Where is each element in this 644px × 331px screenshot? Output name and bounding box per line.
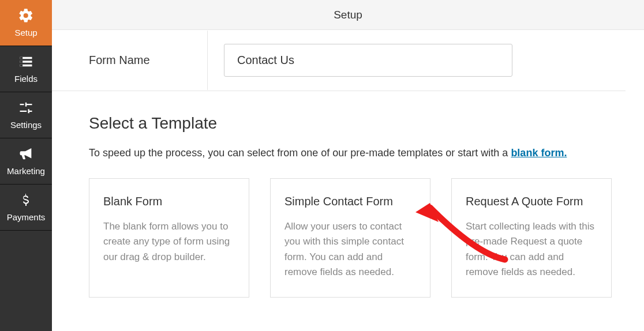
sidebar-item-setup[interactable]: Setup [0, 0, 52, 46]
templates-grid: Blank Form The blank form allows you to … [89, 178, 626, 298]
template-title: Request A Quote Form [466, 194, 597, 209]
dollar-icon [17, 191, 35, 209]
template-title: Simple Contact Form [284, 194, 416, 209]
template-simple-contact-form[interactable]: Simple Contact Form Allow your users to … [270, 178, 430, 298]
template-description: Start collecting leads with this pre-mad… [466, 219, 597, 280]
sidebar-item-fields[interactable]: Fields [0, 46, 52, 92]
svg-rect-2 [20, 65, 23, 67]
svg-rect-1 [20, 61, 23, 63]
sidebar-item-label: Marketing [7, 166, 45, 176]
template-description: The blank form allows you to create any … [103, 219, 235, 265]
form-name-input-cell [208, 30, 626, 91]
topbar: Setup [52, 0, 644, 30]
bullhorn-icon [17, 145, 35, 163]
sidebar-item-label: Setup [14, 28, 37, 37]
sidebar-item-label: Payments [7, 212, 46, 222]
blank-form-link[interactable]: blank form. [511, 147, 567, 159]
template-request-quote-form[interactable]: Request A Quote Form Start collecting le… [451, 178, 612, 298]
svg-rect-0 [20, 57, 23, 59]
sidebar-item-settings[interactable]: Settings [0, 92, 52, 138]
sidebar-item-label: Settings [10, 120, 42, 130]
sidebar-item-label: Fields [14, 74, 38, 84]
form-name-row: Form Name [52, 30, 626, 91]
template-description: Allow your users to contact you with thi… [284, 219, 416, 280]
sidebar-item-marketing[interactable]: Marketing [0, 138, 52, 185]
sidebar: Setup Fields Settings Marketing Payments [0, 0, 52, 331]
sliders-icon [17, 99, 35, 116]
template-section: Select a Template To speed up the proces… [70, 91, 626, 298]
section-title: Select a Template [89, 114, 626, 133]
page-title: Setup [334, 9, 362, 21]
sidebar-item-payments[interactable]: Payments [0, 185, 52, 231]
section-subtitle-text: To speed up the process, you can select … [89, 147, 511, 159]
template-title: Blank Form [103, 194, 235, 209]
gear-icon [17, 7, 35, 24]
template-blank-form[interactable]: Blank Form The blank form allows you to … [89, 178, 249, 298]
section-subtitle: To speed up the process, you can select … [89, 145, 626, 161]
form-name-input[interactable] [224, 44, 512, 77]
form-name-label: Form Name [89, 31, 208, 90]
list-icon [17, 53, 35, 70]
main-content: Form Name Select a Template To speed up … [52, 30, 644, 331]
